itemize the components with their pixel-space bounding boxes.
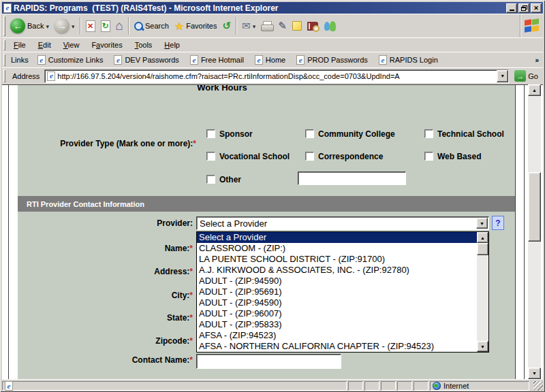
dropdown-option[interactable]: A.J. KIRKWOOD & ASSOCIATES, INC. - (ZIP:…	[197, 265, 477, 276]
checkbox-icon[interactable]	[305, 129, 314, 138]
scroll-up-icon[interactable]	[477, 232, 488, 243]
go-button[interactable]: Go	[512, 70, 541, 82]
provider-type-checkbox[interactable]: Community College	[305, 129, 424, 139]
link-item[interactable]: RAPIDS Login	[375, 55, 441, 65]
minimize-icon	[510, 10, 514, 11]
dropdown-option[interactable]: AFSA - NORTHERN CALIFORNIA CHAPTER - (ZI…	[197, 341, 477, 352]
favorites-button[interactable]: Favorites	[172, 18, 220, 34]
provider-help-button[interactable]: ?	[492, 216, 504, 230]
dropdown-scrollbar[interactable]	[477, 232, 488, 352]
menu-item[interactable]: Help	[158, 39, 186, 50]
scroll-up-icon[interactable]	[528, 84, 541, 96]
address-dropdown-button[interactable]	[497, 70, 508, 82]
provider-type-checkbox[interactable]: Technical School	[424, 129, 504, 139]
edit-button[interactable]	[275, 18, 290, 33]
dropdown-option[interactable]: ADULT - (ZIP:95691)	[197, 287, 477, 297]
forward-icon	[54, 18, 69, 33]
scrollbar-thumb[interactable]	[528, 172, 541, 242]
checkbox-icon[interactable]	[424, 152, 433, 161]
provider-type-checkbox-other[interactable]: Other	[206, 174, 241, 184]
toolbar-grip[interactable]	[3, 16, 5, 36]
mail-dropdown-icon[interactable]	[253, 22, 256, 30]
scroll-down-icon[interactable]	[528, 368, 541, 379]
dropdown-option[interactable]: ADULT - (ZIP:94590)	[197, 297, 477, 308]
back-dropdown-icon[interactable]	[46, 22, 49, 30]
menu-item[interactable]: File	[7, 39, 32, 50]
checkbox-icon[interactable]	[206, 175, 215, 184]
scrollbar-thumb[interactable]	[477, 243, 488, 255]
address-url[interactable]: http://166.97.5.204/version4/raishome.cf…	[57, 72, 495, 80]
scroll-down-icon[interactable]	[477, 341, 488, 352]
dropdown-option[interactable]: ADULT - (ZIP:96007)	[197, 308, 477, 319]
address-field[interactable]: http://166.97.5.204/version4/raishome.cf…	[44, 69, 509, 83]
standard-toolbar: Back Search Favorites	[2, 14, 543, 37]
history-button[interactable]	[219, 18, 234, 33]
link-icon	[255, 55, 263, 65]
dropdown-option[interactable]: Select a Provider	[197, 232, 477, 243]
resize-grip[interactable]	[533, 381, 543, 391]
search-button[interactable]: Search	[131, 20, 172, 32]
dropdown-option[interactable]: LA PUENTE SCHOOL DISTRICT - (ZIP:91700)	[197, 254, 477, 265]
link-icon	[114, 55, 122, 65]
contact-name-input[interactable]	[196, 354, 341, 369]
provider-select-value: Select a Provider	[197, 218, 476, 229]
menu-bar: FileEditViewFavoritesToolsHelp	[2, 37, 543, 52]
research-icon	[307, 22, 318, 31]
provider-select[interactable]: Select a Provider	[196, 216, 489, 230]
dropdown-option[interactable]: ADULT - (ZIP:94590)	[197, 276, 477, 287]
other-label: Other	[219, 175, 241, 184]
menu-item[interactable]: Edit	[32, 39, 57, 50]
forward-button[interactable]	[52, 17, 78, 35]
title-bar[interactable]: RAPIDS: Programs (TEST) (RAIS4Test) - Mi…	[2, 2, 543, 14]
form-field-label: Name:*	[18, 244, 193, 253]
toolbar-separator	[236, 17, 237, 35]
page-scrollbar[interactable]	[528, 84, 541, 379]
dropdown-option[interactable]: CLASSROOM - (ZIP:)	[197, 243, 477, 254]
mail-button[interactable]	[239, 18, 258, 33]
back-button[interactable]: Back	[7, 17, 52, 35]
link-item[interactable]: PROD Passwords	[293, 55, 371, 65]
link-item[interactable]: Free Hotmail	[187, 55, 247, 65]
refresh-button[interactable]	[98, 19, 113, 33]
provider-type-checkbox[interactable]: Correspondence	[305, 151, 424, 161]
provider-type-checkbox[interactable]: Web Based	[424, 151, 504, 161]
menu-item[interactable]: View	[57, 39, 86, 50]
print-button[interactable]	[258, 20, 275, 32]
status-bar: Internet	[2, 379, 543, 391]
zone-label: Internet	[443, 382, 469, 390]
addressbar-grip[interactable]	[3, 69, 5, 82]
section-header: RTI Provider Contact Information	[18, 196, 516, 212]
form-field-label: Address:*	[18, 267, 193, 276]
provider-dropdown-list: Select a ProviderCLASSROOM - (ZIP:)LA PU…	[197, 232, 477, 352]
provider-type-checkbox[interactable]: Vocational School	[206, 151, 305, 161]
menu-item[interactable]: Favorites	[85, 39, 128, 50]
provider-type-checkbox[interactable]: Sponsor	[206, 129, 305, 139]
restore-button[interactable]	[518, 3, 529, 13]
notes-button[interactable]	[290, 20, 305, 32]
home-button[interactable]	[113, 17, 126, 35]
select-dropdown-icon[interactable]	[476, 218, 488, 229]
link-item[interactable]: DEV Passwords	[110, 55, 182, 65]
messenger-button[interactable]	[321, 20, 340, 33]
menubar-grip[interactable]	[3, 39, 5, 50]
minimize-button[interactable]	[506, 3, 517, 13]
form-field-label: City:*	[18, 291, 193, 300]
close-button[interactable]	[531, 3, 542, 13]
links-overflow-chevron[interactable]: »	[531, 56, 543, 64]
checkbox-icon[interactable]	[305, 152, 314, 161]
forward-dropdown-icon[interactable]	[72, 22, 75, 30]
research-button[interactable]	[305, 20, 321, 32]
checkbox-icon[interactable]	[424, 129, 433, 138]
stop-button[interactable]	[83, 19, 98, 33]
link-item[interactable]: Customize Links	[34, 55, 107, 65]
security-zone-pane: Internet	[430, 381, 529, 391]
menu-item[interactable]: Tools	[129, 39, 159, 50]
links-label: Links	[10, 56, 31, 64]
dropdown-option[interactable]: AFSA - (ZIP:94523)	[197, 330, 477, 341]
link-item[interactable]: Home	[251, 55, 289, 65]
other-provider-input[interactable]	[298, 172, 406, 185]
checkbox-icon[interactable]	[206, 152, 215, 161]
dropdown-option[interactable]: ADULT - (ZIP:95833)	[197, 319, 477, 330]
checkbox-icon[interactable]	[206, 129, 215, 138]
linksbar-grip[interactable]	[3, 54, 5, 66]
